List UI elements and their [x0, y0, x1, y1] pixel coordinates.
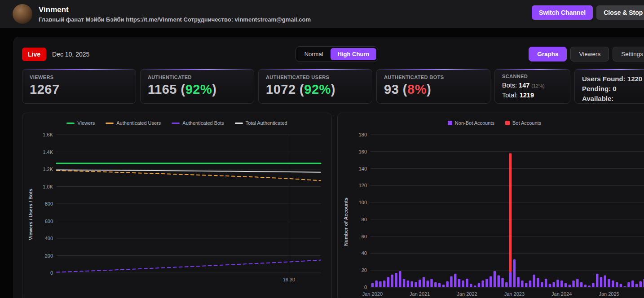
authenticated-users-value: 1072 (92%) — [266, 82, 365, 97]
paren: ( — [300, 82, 304, 96]
svg-text:20: 20 — [362, 267, 367, 273]
legend-swatch — [172, 123, 180, 124]
svg-text:100: 100 — [359, 200, 367, 205]
svg-text:120: 120 — [359, 183, 367, 188]
line-chart-ylabel: Viewers / Users / Bots — [28, 129, 36, 285]
paren: ( — [403, 82, 407, 96]
scanned-bots-percent: (12%) — [531, 83, 544, 88]
stream-date: Dec 10, 2025 — [52, 51, 89, 58]
svg-text:1.2K: 1.2K — [43, 167, 53, 172]
paren: ) — [331, 82, 335, 96]
switch-channel-button[interactable]: Switch Channel — [532, 5, 593, 20]
paren: ( — [181, 82, 185, 96]
controls-row: Live Dec 10, 2025 Normal High Churn Grap… — [22, 46, 644, 61]
scanned-bots-value: 147 — [519, 82, 529, 89]
bar-chart-legend: Non-Bot AccountsBot Accounts — [343, 118, 644, 128]
legend-swatch — [505, 121, 510, 125]
legend-item-authenticated-bots[interactable]: Authenticated Bots — [172, 120, 224, 126]
legend-swatch — [106, 123, 114, 124]
viewers-line-chart: 02004006008001.0K1.2K1.4K1.6K16:30 — [36, 129, 323, 285]
authenticated-count: 1165 — [148, 82, 177, 96]
tab-viewers[interactable]: Viewers — [570, 47, 609, 61]
scanned-card: SCANNED Bots: 147 (12%) Total: 1219 — [494, 69, 570, 104]
legend-item-authenticated-users[interactable]: Authenticated Users — [106, 120, 161, 126]
app-viewport: Vinment Главный фанат Мэйби Бэйби https:… — [0, 0, 644, 298]
viewers-card: VIEWERS 1267 — [22, 69, 136, 104]
svg-text:600: 600 — [45, 219, 53, 224]
legend-item-bot-accounts[interactable]: Bot Accounts — [505, 120, 541, 126]
viewers-line-chart-card: ViewersAuthenticated UsersAuthenticated … — [22, 113, 332, 298]
quota-card: Users Found: 1220 Pending: 0 Available: … — [574, 69, 644, 104]
legend-label: Authenticated Bots — [182, 120, 224, 126]
dashboard-panel: Live Dec 10, 2025 Normal High Churn Grap… — [13, 37, 644, 298]
legend-label: Non-Bot Accounts — [455, 120, 494, 126]
stream-status-group: Live Dec 10, 2025 — [22, 48, 89, 61]
legend-swatch — [448, 121, 452, 125]
authenticated-label: AUTHENTICATED — [148, 74, 247, 80]
scanned-total-value: 1219 — [520, 92, 534, 99]
svg-text:800: 800 — [45, 201, 53, 206]
svg-text:140: 140 — [359, 166, 367, 171]
legend-item-non-bot-accounts[interactable]: Non-Bot Accounts — [448, 120, 494, 126]
svg-text:400: 400 — [45, 236, 53, 241]
svg-text:Jan 2021: Jan 2021 — [410, 291, 430, 297]
authenticated-users-card: AUTHENTICATED USERS 1072 (92%) — [258, 69, 372, 104]
authenticated-card: AUTHENTICATED 1165 (92%) — [140, 69, 254, 104]
svg-text:0: 0 — [364, 285, 367, 290]
available-line: Available: 4204/5000 — [582, 94, 644, 104]
stats-row: VIEWERS 1267 AUTHENTICATED 1165 (92%) AU… — [22, 69, 644, 104]
channel-description: Главный фанат Мэйби Бэйби https://t.me/V… — [39, 16, 311, 23]
mode-normal-button[interactable]: Normal — [297, 48, 331, 60]
bar-chart-ylabel: Number of Accounts — [343, 129, 351, 298]
legend-item-viewers[interactable]: Viewers — [66, 120, 95, 126]
mode-high-churn-button[interactable]: High Churn — [331, 48, 377, 60]
svg-text:1.4K: 1.4K — [43, 149, 53, 155]
svg-text:160: 160 — [359, 149, 367, 154]
line-chart-legend: ViewersAuthenticated UsersAuthenticated … — [28, 118, 326, 128]
tab-graphs[interactable]: Graphs — [529, 47, 567, 61]
churn-mode-toggle: Normal High Churn — [296, 46, 379, 62]
legend-label: Viewers — [77, 120, 95, 126]
svg-text:180: 180 — [359, 132, 367, 137]
charts-row: ViewersAuthenticated UsersAuthenticated … — [22, 113, 644, 298]
channel-avatar — [13, 4, 32, 24]
authenticated-bots-value: 93 (8%) — [384, 82, 483, 97]
scanned-total-line: Total: 1219 — [502, 92, 563, 99]
svg-text:200: 200 — [45, 253, 53, 259]
authenticated-percent: 92% — [185, 82, 212, 96]
viewers-label: VIEWERS — [30, 74, 128, 80]
tab-settings[interactable]: Settings — [613, 47, 644, 61]
channel-title: Vinment — [39, 5, 311, 14]
legend-label: Total Authenticated — [246, 120, 287, 126]
scanned-bots-label: Bots: — [502, 82, 517, 89]
authenticated-bots-count: 93 — [384, 82, 399, 96]
viewers-value: 1267 — [30, 82, 128, 97]
svg-text:0: 0 — [50, 270, 53, 276]
svg-text:Jan 2023: Jan 2023 — [504, 291, 525, 297]
header-actions: Switch Channel Close & Stop Tracking — [532, 5, 644, 20]
scanned-label: SCANNED — [502, 74, 563, 79]
authenticated-users-percent: 92% — [304, 82, 331, 96]
live-badge: Live — [22, 48, 46, 61]
users-found-line: Users Found: 1220 — [582, 74, 644, 84]
accounts-bar-chart-card: Non-Bot AccountsBot Accounts Number of A… — [337, 113, 644, 298]
svg-text:40: 40 — [362, 250, 367, 256]
legend-label: Authenticated Users — [116, 120, 161, 126]
svg-text:60: 60 — [362, 234, 367, 239]
accounts-bar-chart: 020406080100120140160180Jan 2020Jan 2021… — [351, 129, 644, 298]
bar-chart-body: Number of Accounts 020406080100120140160… — [343, 129, 644, 298]
svg-text:1.6K: 1.6K — [43, 132, 53, 137]
close-stop-tracking-button[interactable]: Close & Stop Tracking — [596, 5, 644, 20]
authenticated-bots-percent: 8% — [407, 82, 427, 96]
legend-item-total-authenticated[interactable]: Total Authenticated — [235, 120, 287, 126]
channel-info: Vinment Главный фанат Мэйби Бэйби https:… — [39, 5, 311, 23]
authenticated-users-count: 1072 — [266, 82, 296, 96]
svg-text:Jan 2022: Jan 2022 — [457, 291, 477, 297]
view-tabs: Graphs Viewers Settings — [529, 47, 644, 61]
svg-text:Jan 2020: Jan 2020 — [362, 291, 383, 297]
authenticated-bots-card: AUTHENTICATED BOTS 93 (8%) — [376, 69, 490, 104]
svg-text:16:30: 16:30 — [283, 277, 296, 282]
paren: ) — [427, 82, 431, 96]
legend-swatch — [235, 123, 243, 124]
paren: ) — [212, 82, 216, 96]
